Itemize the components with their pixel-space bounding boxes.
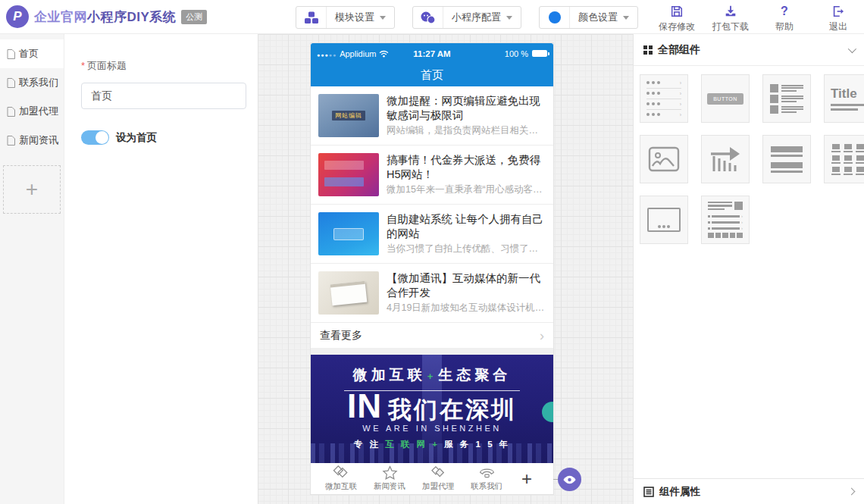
save-label: 保存修改 [659, 20, 695, 33]
news-thumbnail [318, 271, 379, 315]
brand: P 企业官网小程序DIY系统 公测 [6, 5, 207, 28]
save-button[interactable]: 保存修改 [657, 4, 697, 33]
sidebar-item-home[interactable]: 首页 [0, 39, 64, 68]
add-tab-button[interactable]: + [521, 470, 532, 488]
design-canvas[interactable]: ●●●●● Applidium 11:27 AM 100 % 首页 网站编辑 微… [258, 34, 633, 504]
component-tile-chart[interactable] [701, 135, 750, 183]
news-item-3[interactable]: 自助建站系统 让每个人拥有自己的网站 当你习惯了自拍上传优酷、习惯了写点小... [311, 205, 553, 264]
page-title-input[interactable] [81, 83, 246, 109]
chevron-down-icon [380, 16, 386, 20]
app-logo-icon: P [6, 5, 29, 28]
component-tile-title[interactable]: Title [824, 74, 864, 123]
tab-weijia[interactable]: 微加互联 [317, 465, 365, 492]
set-homepage-toggle[interactable] [81, 130, 109, 145]
news-thumbnail: 网站编辑 [318, 94, 379, 137]
beta-badge: 公测 [181, 10, 207, 24]
download-button[interactable]: 打包下载 [711, 4, 750, 33]
phone-nav-title: 首页 [311, 64, 553, 86]
grid-component-icon [831, 144, 864, 175]
news-title: 微加提醒：网页编辑应避免出现敏感词与极限词 [387, 94, 546, 123]
rows-component-icon [771, 146, 803, 173]
chevron-right-icon: › [540, 329, 544, 343]
component-tile-imagetext[interactable] [762, 74, 811, 123]
preview-eye-button[interactable] [558, 468, 581, 491]
banner-line3: WE ARE IN SHENZHEN [311, 424, 553, 433]
component-tile-carousel[interactable] [640, 196, 688, 244]
logout-label: 退出 [829, 20, 847, 33]
view-more-button[interactable]: 查看更多 › [311, 323, 553, 348]
news-thumbnail [318, 153, 379, 196]
tab-news[interactable]: 新闻资讯 [365, 465, 414, 492]
components-panel-header[interactable]: 全部组件 [634, 34, 864, 66]
set-homepage-label: 设为首页 [116, 131, 157, 145]
tab-label: 微加互联 [325, 481, 357, 492]
sidebar-item-label: 首页 [19, 47, 39, 61]
page-icon [7, 78, 15, 88]
news-title: 【微加通讯】互动媒体的新一代合作开发 [387, 271, 546, 300]
grid-icon [643, 45, 653, 55]
download-label: 打包下载 [712, 20, 749, 33]
page-settings-panel: *页面标题 设为首页 [65, 34, 258, 504]
main-area: 首页 联系我们 加盟代理 新闻资讯 + *页面标题 设为首页 ●●●●● [0, 34, 864, 504]
sidebar-item-agent[interactable]: 加盟代理 [0, 97, 64, 126]
miniprogram-config-label: 小程序配置 [452, 11, 501, 24]
news-excerpt: 当你习惯了自拍上传优酷、习惯了写点小... [387, 243, 546, 255]
button-component-icon: BUTTON [707, 93, 743, 105]
component-tile-grid[interactable] [824, 135, 864, 183]
component-tile-button[interactable]: BUTTON [701, 74, 750, 123]
top-header: P 企业官网小程序DIY系统 公测 模块设置 小程序配置 颜色设置 [0, 0, 864, 34]
toggle-knob [95, 131, 108, 144]
news-item-2[interactable]: 搞事情！代金券大派送，免费得H5网站！ 微加15年来一直秉承着“用心感动客户！”… [311, 146, 553, 205]
sidebar-item-contact[interactable]: 联系我们 [0, 68, 64, 97]
sidebar-item-news[interactable]: 新闻资讯 [0, 126, 64, 155]
pages-sidebar: 首页 联系我们 加盟代理 新闻资讯 + [0, 34, 64, 504]
sidebar-item-label: 加盟代理 [19, 105, 58, 118]
plus-icon: + [26, 177, 38, 202]
news-item-1[interactable]: 网站编辑 微加提醒：网页编辑应避免出现敏感词与极限词 网站编辑，是指负责网站栏目… [311, 86, 553, 146]
wechat-icon [413, 7, 443, 28]
chart-arrow-component-icon [709, 146, 741, 173]
chevron-down-icon [623, 16, 629, 20]
help-button[interactable]: ? 帮助 [765, 4, 804, 33]
logout-icon [831, 4, 845, 19]
color-settings-button[interactable]: 颜色设置 [539, 6, 638, 29]
module-settings-button[interactable]: 模块设置 [296, 6, 395, 29]
banner-line1: 微加互联+生态聚合 [311, 365, 553, 385]
tab-agent[interactable]: 加盟代理 [414, 465, 462, 492]
news-excerpt: 网站编辑，是指负责网站栏目相关内容的... [387, 124, 546, 137]
news-excerpt: 微加15年来一直秉承着“用心感动客户！”的... [387, 183, 546, 196]
news-title: 自助建站系统 让每个人拥有自己的网站 [387, 212, 546, 241]
battery-icon [532, 50, 547, 57]
page-title-label: *页面标题 [81, 59, 258, 73]
properties-title: 组件属性 [659, 485, 700, 499]
view-more-label: 查看更多 [320, 329, 362, 343]
components-panel: 全部组件 › › › › BUTTON [633, 34, 864, 504]
component-tile-richlist[interactable]: › › › [701, 196, 750, 244]
tab-label: 新闻资讯 [374, 481, 405, 492]
news-item-4[interactable]: 【微加通讯】互动媒体的新一代合作开发 4月19日新加坡知名互动媒体设计机构Pin… [311, 264, 553, 323]
miniprogram-config-button[interactable]: 小程序配置 [412, 6, 521, 29]
thumb-caption: 网站编辑 [332, 111, 365, 121]
logout-button[interactable]: 退出 [819, 4, 858, 33]
tab-contact[interactable]: 联系我们 [462, 465, 511, 492]
component-tile-rows[interactable] [762, 135, 811, 183]
add-page-button[interactable]: + [3, 165, 61, 214]
tab-label: 联系我们 [471, 481, 502, 492]
page-icon [7, 136, 15, 146]
diamonds-icon [332, 465, 350, 480]
component-tile-image[interactable] [640, 135, 688, 183]
module-settings-label: 模块设置 [335, 11, 374, 24]
phone-preview: ●●●●● Applidium 11:27 AM 100 % 首页 网站编辑 微… [311, 43, 553, 494]
tab-label: 加盟代理 [422, 481, 454, 492]
phone-icon [478, 465, 496, 480]
clock-label: 11:27 AM [393, 49, 470, 58]
component-tile-list[interactable]: › › › › [640, 74, 688, 123]
title-primary: 企业官网 [34, 10, 87, 24]
imagetext-component-icon [770, 82, 803, 116]
header-dropdowns: 模块设置 小程序配置 颜色设置 [296, 6, 638, 29]
promo-banner[interactable]: 微加互联+生态聚合 IN 我们在深圳 WE ARE IN SHENZHEN 专 … [311, 355, 553, 463]
download-icon [724, 4, 737, 19]
star-icon [382, 465, 398, 480]
component-properties-bar[interactable]: 组件属性 [634, 478, 864, 504]
banner-line4: 专 注 互 联 网 + 服 务 1 5 年 [311, 439, 553, 450]
